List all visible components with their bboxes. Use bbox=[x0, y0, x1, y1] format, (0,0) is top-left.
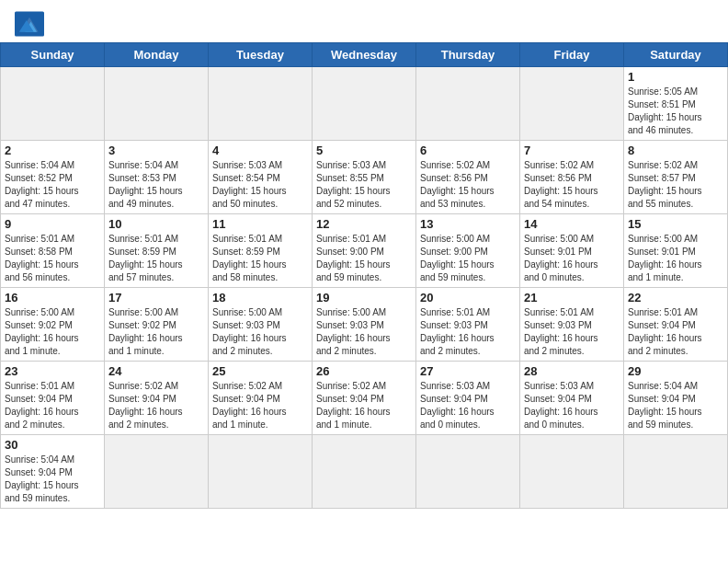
calendar-cell bbox=[416, 67, 520, 141]
day-info: Sunrise: 5:04 AM Sunset: 8:52 PM Dayligh… bbox=[5, 159, 100, 211]
day-of-week-header: Sunday bbox=[1, 43, 105, 67]
day-number: 19 bbox=[316, 291, 412, 304]
day-number: 27 bbox=[420, 364, 516, 378]
day-info: Sunrise: 5:02 AM Sunset: 8:56 PM Dayligh… bbox=[524, 159, 620, 211]
calendar-cell: 21Sunrise: 5:01 AM Sunset: 9:03 PM Dayli… bbox=[520, 288, 624, 362]
day-number: 20 bbox=[420, 291, 516, 304]
calendar-week-row: 30Sunrise: 5:04 AM Sunset: 9:04 PM Dayli… bbox=[1, 435, 728, 509]
calendar-cell: 30Sunrise: 5:04 AM Sunset: 9:04 PM Dayli… bbox=[1, 435, 105, 509]
day-info: Sunrise: 5:04 AM Sunset: 8:53 PM Dayligh… bbox=[108, 159, 204, 211]
calendar-cell: 18Sunrise: 5:00 AM Sunset: 9:03 PM Dayli… bbox=[209, 288, 313, 362]
calendar-cell: 4Sunrise: 5:03 AM Sunset: 8:54 PM Daylig… bbox=[209, 141, 313, 214]
calendar-cell: 19Sunrise: 5:00 AM Sunset: 9:03 PM Dayli… bbox=[313, 288, 416, 362]
calendar-cell: 8Sunrise: 5:02 AM Sunset: 8:57 PM Daylig… bbox=[624, 141, 728, 214]
calendar-header-row: SundayMondayTuesdayWednesdayThursdayFrid… bbox=[1, 43, 728, 67]
calendar-cell: 2Sunrise: 5:04 AM Sunset: 8:52 PM Daylig… bbox=[1, 141, 105, 214]
calendar-table: SundayMondayTuesdayWednesdayThursdayFrid… bbox=[0, 42, 728, 509]
day-info: Sunrise: 5:03 AM Sunset: 8:55 PM Dayligh… bbox=[316, 159, 412, 211]
calendar-cell bbox=[209, 435, 313, 509]
page-header bbox=[0, 0, 728, 42]
day-of-week-header: Wednesday bbox=[313, 43, 416, 67]
logo bbox=[15, 11, 48, 37]
day-number: 18 bbox=[212, 291, 308, 304]
day-of-week-header: Saturday bbox=[624, 43, 728, 67]
day-info: Sunrise: 5:02 AM Sunset: 8:57 PM Dayligh… bbox=[628, 159, 723, 211]
day-info: Sunrise: 5:00 AM Sunset: 9:03 PM Dayligh… bbox=[316, 306, 412, 358]
day-number: 12 bbox=[316, 217, 412, 231]
calendar-cell bbox=[520, 67, 624, 141]
calendar-cell: 5Sunrise: 5:03 AM Sunset: 8:55 PM Daylig… bbox=[313, 141, 416, 214]
day-info: Sunrise: 5:02 AM Sunset: 9:04 PM Dayligh… bbox=[108, 380, 204, 431]
calendar-cell: 24Sunrise: 5:02 AM Sunset: 9:04 PM Dayli… bbox=[105, 362, 209, 435]
calendar-cell: 20Sunrise: 5:01 AM Sunset: 9:03 PM Dayli… bbox=[416, 288, 520, 362]
day-number: 8 bbox=[628, 144, 723, 157]
calendar-cell: 3Sunrise: 5:04 AM Sunset: 8:53 PM Daylig… bbox=[105, 141, 209, 214]
calendar-week-row: 9Sunrise: 5:01 AM Sunset: 8:58 PM Daylig… bbox=[1, 214, 728, 288]
calendar-week-row: 16Sunrise: 5:00 AM Sunset: 9:02 PM Dayli… bbox=[1, 288, 728, 362]
day-info: Sunrise: 5:02 AM Sunset: 8:56 PM Dayligh… bbox=[420, 159, 516, 211]
day-number: 13 bbox=[420, 217, 516, 231]
day-number: 2 bbox=[5, 144, 100, 157]
day-info: Sunrise: 5:01 AM Sunset: 9:04 PM Dayligh… bbox=[628, 306, 723, 358]
logo-icon bbox=[15, 11, 44, 37]
calendar-cell: 28Sunrise: 5:03 AM Sunset: 9:04 PM Dayli… bbox=[520, 362, 624, 435]
day-info: Sunrise: 5:02 AM Sunset: 9:04 PM Dayligh… bbox=[316, 380, 412, 431]
calendar-cell: 29Sunrise: 5:04 AM Sunset: 9:04 PM Dayli… bbox=[624, 362, 728, 435]
calendar-cell bbox=[313, 435, 416, 509]
day-info: Sunrise: 5:01 AM Sunset: 8:59 PM Dayligh… bbox=[108, 233, 204, 284]
day-number: 22 bbox=[628, 291, 723, 304]
day-info: Sunrise: 5:03 AM Sunset: 8:54 PM Dayligh… bbox=[212, 159, 308, 211]
day-number: 5 bbox=[316, 144, 412, 157]
day-number: 15 bbox=[628, 217, 723, 231]
calendar-cell: 10Sunrise: 5:01 AM Sunset: 8:59 PM Dayli… bbox=[105, 214, 209, 288]
day-number: 11 bbox=[212, 217, 308, 231]
calendar-cell: 9Sunrise: 5:01 AM Sunset: 8:58 PM Daylig… bbox=[1, 214, 105, 288]
calendar-cell: 26Sunrise: 5:02 AM Sunset: 9:04 PM Dayli… bbox=[313, 362, 416, 435]
day-info: Sunrise: 5:03 AM Sunset: 9:04 PM Dayligh… bbox=[420, 380, 516, 431]
calendar-cell bbox=[416, 435, 520, 509]
calendar-cell: 1Sunrise: 5:05 AM Sunset: 8:51 PM Daylig… bbox=[624, 67, 728, 141]
calendar-cell: 12Sunrise: 5:01 AM Sunset: 9:00 PM Dayli… bbox=[313, 214, 416, 288]
day-number: 28 bbox=[524, 364, 620, 378]
calendar-cell bbox=[624, 435, 728, 509]
day-of-week-header: Monday bbox=[105, 43, 209, 67]
day-info: Sunrise: 5:01 AM Sunset: 8:59 PM Dayligh… bbox=[212, 233, 308, 284]
day-number: 25 bbox=[212, 364, 308, 378]
day-info: Sunrise: 5:00 AM Sunset: 9:03 PM Dayligh… bbox=[212, 306, 308, 358]
day-of-week-header: Friday bbox=[520, 43, 624, 67]
day-number: 9 bbox=[5, 217, 100, 231]
calendar-cell: 23Sunrise: 5:01 AM Sunset: 9:04 PM Dayli… bbox=[1, 362, 105, 435]
calendar-cell: 27Sunrise: 5:03 AM Sunset: 9:04 PM Dayli… bbox=[416, 362, 520, 435]
calendar-cell: 13Sunrise: 5:00 AM Sunset: 9:00 PM Dayli… bbox=[416, 214, 520, 288]
day-info: Sunrise: 5:01 AM Sunset: 9:03 PM Dayligh… bbox=[524, 306, 620, 358]
calendar-cell bbox=[313, 67, 416, 141]
day-info: Sunrise: 5:00 AM Sunset: 9:02 PM Dayligh… bbox=[5, 306, 100, 358]
calendar-cell: 16Sunrise: 5:00 AM Sunset: 9:02 PM Dayli… bbox=[1, 288, 105, 362]
day-number: 21 bbox=[524, 291, 620, 304]
day-number: 23 bbox=[5, 364, 100, 378]
day-number: 4 bbox=[212, 144, 308, 157]
calendar-cell: 15Sunrise: 5:00 AM Sunset: 9:01 PM Dayli… bbox=[624, 214, 728, 288]
day-number: 30 bbox=[5, 438, 100, 452]
day-number: 10 bbox=[108, 217, 204, 231]
calendar-cell bbox=[105, 435, 209, 509]
day-info: Sunrise: 5:01 AM Sunset: 9:03 PM Dayligh… bbox=[420, 306, 516, 358]
calendar-cell: 14Sunrise: 5:00 AM Sunset: 9:01 PM Dayli… bbox=[520, 214, 624, 288]
calendar-cell bbox=[1, 67, 105, 141]
day-info: Sunrise: 5:04 AM Sunset: 9:04 PM Dayligh… bbox=[5, 454, 100, 505]
calendar-cell bbox=[105, 67, 209, 141]
calendar-cell: 6Sunrise: 5:02 AM Sunset: 8:56 PM Daylig… bbox=[416, 141, 520, 214]
day-number: 26 bbox=[316, 364, 412, 378]
day-info: Sunrise: 5:01 AM Sunset: 8:58 PM Dayligh… bbox=[5, 233, 100, 284]
calendar-cell: 25Sunrise: 5:02 AM Sunset: 9:04 PM Dayli… bbox=[209, 362, 313, 435]
day-number: 1 bbox=[628, 70, 723, 84]
day-info: Sunrise: 5:01 AM Sunset: 9:04 PM Dayligh… bbox=[5, 380, 100, 431]
day-info: Sunrise: 5:01 AM Sunset: 9:00 PM Dayligh… bbox=[316, 233, 412, 284]
calendar-cell: 17Sunrise: 5:00 AM Sunset: 9:02 PM Dayli… bbox=[105, 288, 209, 362]
day-of-week-header: Thursday bbox=[416, 43, 520, 67]
calendar-cell bbox=[520, 435, 624, 509]
calendar-cell: 7Sunrise: 5:02 AM Sunset: 8:56 PM Daylig… bbox=[520, 141, 624, 214]
day-number: 24 bbox=[108, 364, 204, 378]
day-number: 7 bbox=[524, 144, 620, 157]
day-number: 14 bbox=[524, 217, 620, 231]
